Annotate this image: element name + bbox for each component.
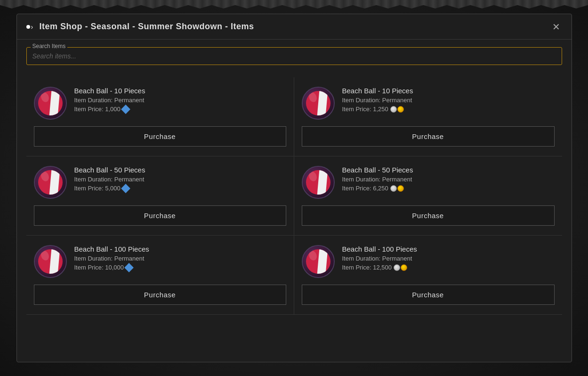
item-name: Beach Ball - 50 Pieces <box>342 166 555 174</box>
item-card: Beach Ball - 50 Pieces Item Duration: Pe… <box>294 156 562 236</box>
item-name: Beach Ball - 10 Pieces <box>342 87 555 95</box>
item-details: Beach Ball - 50 Pieces Item Duration: Pe… <box>342 166 555 192</box>
purchase-button[interactable]: Purchase <box>302 205 555 226</box>
beach-ball-image <box>306 170 330 195</box>
search-section: Search Items <box>17 40 572 73</box>
item-details: Beach Ball - 50 Pieces Item Duration: Pe… <box>74 166 286 192</box>
item-card: Beach Ball - 100 Pieces Item Duration: P… <box>294 236 562 315</box>
item-price: Item Price: 5,000 <box>74 185 286 192</box>
item-card: Beach Ball - 10 Pieces Item Duration: Pe… <box>294 77 562 156</box>
item-details: Beach Ball - 10 Pieces Item Duration: Pe… <box>342 87 555 113</box>
item-card: Beach Ball - 100 Pieces Item Duration: P… <box>26 236 294 315</box>
silver-coin-icon <box>390 106 397 113</box>
item-name: Beach Ball - 50 Pieces <box>74 166 286 174</box>
item-price: Item Price: 12,500 <box>342 264 555 271</box>
search-input[interactable] <box>27 48 562 65</box>
item-duration: Item Duration: Permanent <box>342 97 555 104</box>
beach-ball-image <box>38 249 63 274</box>
item-details: Beach Ball - 10 Pieces Item Duration: Pe… <box>74 87 286 113</box>
item-details: Beach Ball - 100 Pieces Item Duration: P… <box>74 245 286 271</box>
header-icon: › <box>26 22 36 32</box>
item-name: Beach Ball - 100 Pieces <box>74 245 286 253</box>
item-name: Beach Ball - 10 Pieces <box>74 87 286 95</box>
search-wrapper: Search Items <box>26 47 562 65</box>
item-duration: Item Duration: Permanent <box>342 255 555 262</box>
close-button[interactable]: ✕ <box>548 20 564 33</box>
modal: › Item Shop - Seasonal - Summer Showdown… <box>16 14 572 362</box>
item-avatar <box>34 245 67 278</box>
item-price: Item Price: 10,000 <box>74 264 286 271</box>
item-card: Beach Ball - 50 Pieces Item Duration: Pe… <box>26 156 294 236</box>
gold-coin-icon <box>401 264 407 271</box>
diamond-icon <box>121 105 130 114</box>
item-avatar <box>302 245 335 278</box>
purchase-button[interactable]: Purchase <box>34 126 286 147</box>
item-info-row: Beach Ball - 100 Pieces Item Duration: P… <box>302 245 555 278</box>
item-price: Item Price: 6,250 <box>342 185 555 192</box>
purchase-button[interactable]: Purchase <box>34 285 286 305</box>
gold-coin-icon <box>397 185 404 192</box>
item-price: Item Price: 1,000 <box>74 106 286 113</box>
beach-ball-image <box>38 91 63 115</box>
purchase-button[interactable]: Purchase <box>302 285 555 305</box>
gold-coin-icon <box>397 106 404 113</box>
item-info-row: Beach Ball - 50 Pieces Item Duration: Pe… <box>34 166 286 199</box>
beach-ball-image <box>306 249 330 274</box>
item-duration: Item Duration: Permanent <box>74 97 286 104</box>
items-grid: Beach Ball - 10 Pieces Item Duration: Pe… <box>26 77 562 315</box>
item-duration: Item Duration: Permanent <box>74 255 286 262</box>
item-info-row: Beach Ball - 10 Pieces Item Duration: Pe… <box>302 87 555 120</box>
item-info-row: Beach Ball - 100 Pieces Item Duration: P… <box>34 245 286 278</box>
item-avatar <box>302 87 335 120</box>
coin-icons <box>390 185 404 192</box>
item-details: Beach Ball - 100 Pieces Item Duration: P… <box>342 245 555 271</box>
page-title: Item Shop - Seasonal - Summer Showdown -… <box>40 22 254 32</box>
item-avatar <box>302 166 335 199</box>
item-duration: Item Duration: Permanent <box>342 176 555 183</box>
purchase-button[interactable]: Purchase <box>34 205 286 226</box>
purchase-button[interactable]: Purchase <box>302 126 555 147</box>
modal-header: › Item Shop - Seasonal - Summer Showdown… <box>17 14 572 40</box>
diamond-icon <box>124 263 134 272</box>
silver-coin-icon <box>390 185 397 192</box>
beach-ball-image <box>38 170 63 195</box>
coin-icons <box>390 106 404 113</box>
item-info-row: Beach Ball - 50 Pieces Item Duration: Pe… <box>302 166 555 199</box>
item-price: Item Price: 1,250 <box>342 106 555 113</box>
overlay: › Item Shop - Seasonal - Summer Showdown… <box>0 0 588 376</box>
coin-icons <box>394 264 407 271</box>
silver-coin-icon <box>394 264 400 271</box>
search-label: Search Items <box>31 43 68 49</box>
item-avatar <box>34 87 67 120</box>
content-area[interactable]: Beach Ball - 10 Pieces Item Duration: Pe… <box>17 73 572 362</box>
beach-ball-image <box>306 91 330 115</box>
diamond-icon <box>121 184 130 193</box>
item-name: Beach Ball - 100 Pieces <box>342 245 555 253</box>
item-info-row: Beach Ball - 10 Pieces Item Duration: Pe… <box>34 87 286 120</box>
item-duration: Item Duration: Permanent <box>74 176 286 183</box>
item-card: Beach Ball - 10 Pieces Item Duration: Pe… <box>26 77 294 156</box>
item-avatar <box>34 166 67 199</box>
